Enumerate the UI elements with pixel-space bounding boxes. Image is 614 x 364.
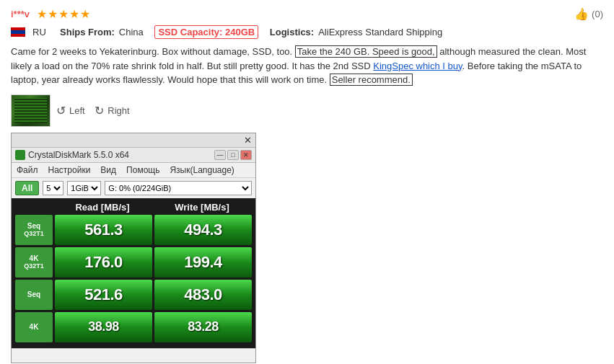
thumbs-count: (0) bbox=[592, 9, 603, 19]
flag-icon bbox=[11, 27, 25, 37]
ships-from-value: China bbox=[119, 27, 144, 37]
read-value-1: 176.0 bbox=[55, 247, 152, 278]
drive-select[interactable]: G: 0% (0/224GiB) bbox=[105, 181, 252, 195]
write-number-0: 494.3 bbox=[184, 221, 222, 239]
review-link[interactable]: KingSpec which I buy bbox=[373, 61, 462, 71]
star-rating: ★★★★★ bbox=[37, 7, 91, 21]
ships-from-label: Ships From: bbox=[60, 27, 115, 37]
row-label-line1-1: 4K bbox=[30, 254, 39, 262]
read-number-3: 38.98 bbox=[88, 319, 119, 334]
minimize-button[interactable]: — bbox=[214, 150, 226, 160]
read-value-3: 38.98 bbox=[55, 312, 152, 342]
menu-file[interactable]: Файл bbox=[14, 164, 40, 176]
ssd-capacity-value: 240GB bbox=[225, 27, 255, 37]
cdm-toolbar: All 5 1GiB G: 0% (0/224GiB) bbox=[12, 178, 255, 198]
row-label-line1-3: 4K bbox=[30, 323, 39, 331]
all-button[interactable]: All bbox=[15, 181, 39, 195]
thumbs-up-icon: 👍 bbox=[574, 7, 589, 21]
write-number-2: 483.0 bbox=[184, 285, 222, 304]
maximize-button[interactable]: □ bbox=[227, 150, 239, 160]
user-id: i***v bbox=[11, 9, 30, 19]
review-highlight1: Take the 240 GB. Speed is good, bbox=[295, 45, 437, 58]
logistics-label: Logistics: bbox=[270, 27, 314, 37]
country-label: RU bbox=[32, 27, 46, 37]
review-highlight2: Seller recommend. bbox=[330, 74, 413, 86]
size-select[interactable]: 1GiB bbox=[67, 181, 101, 195]
cdm-header-row: Read [MB/s] Write [MB/s] bbox=[15, 202, 252, 213]
review-text: Came for 2 weeks to Yekaterinburg. Box w… bbox=[11, 45, 603, 87]
table-row: 4K Q32T1 176.0 199.4 bbox=[15, 247, 252, 278]
right-arrow-icon: ↻ bbox=[95, 104, 104, 117]
cdm-titlebar: CrystalDiskMark 5.5.0 x64 — □ ✕ bbox=[12, 148, 255, 163]
read-value-2: 521.6 bbox=[55, 280, 152, 310]
nav-right-label[interactable]: Right bbox=[108, 105, 129, 116]
menu-language[interactable]: Язык(Language) bbox=[167, 164, 236, 176]
write-value-2: 483.0 bbox=[154, 280, 252, 310]
read-number-1: 176.0 bbox=[84, 253, 123, 272]
menu-view[interactable]: Вид bbox=[98, 164, 118, 176]
cdm-body: Read [MB/s] Write [MB/s] Seq Q32T1 561.3… bbox=[12, 198, 255, 348]
ssd-capacity-highlight: SSD Capacity: 240GB bbox=[154, 25, 258, 39]
nav-left-label[interactable]: Left bbox=[69, 105, 85, 116]
read-number-2: 521.6 bbox=[84, 285, 123, 304]
row-label-line1-2: Seq bbox=[27, 290, 40, 298]
table-row: Seq Q32T1 561.3 494.3 bbox=[15, 215, 252, 245]
table-row: Seq 521.6 483.0 bbox=[15, 280, 252, 310]
read-number-0: 561.3 bbox=[84, 221, 123, 239]
row-label-2: Seq bbox=[15, 280, 53, 310]
cdm-title: CrystalDiskMark 5.5.0 x64 bbox=[28, 150, 129, 160]
cdm-menubar: Файл Настройки Вид Помощь Язык(Language) bbox=[12, 163, 255, 178]
read-value-0: 561.3 bbox=[55, 215, 152, 245]
table-row: 4K 38.98 83.28 bbox=[15, 312, 252, 342]
review-thumbnail[interactable] bbox=[11, 94, 51, 127]
review-text-part1: Came for 2 weeks to Yekaterinburg. Box w… bbox=[11, 46, 295, 57]
outer-close-icon[interactable]: ✕ bbox=[244, 135, 252, 146]
cdm-app-icon bbox=[15, 150, 25, 160]
thumbs-up-area[interactable]: 👍 (0) bbox=[574, 7, 603, 21]
cdm-outer-titlebar: ✕ bbox=[12, 133, 255, 148]
row-label-line2-1: Q32T1 bbox=[24, 262, 44, 270]
row-label-3: 4K bbox=[15, 312, 53, 342]
write-value-1: 199.4 bbox=[154, 247, 252, 278]
row-label-line2-0: Q32T1 bbox=[24, 230, 44, 237]
logistics-value: AliExpress Standard Shipping bbox=[318, 27, 442, 37]
menu-settings[interactable]: Настройки bbox=[46, 164, 93, 176]
count-select[interactable]: 5 bbox=[43, 181, 63, 195]
row-label-0: Seq Q32T1 bbox=[15, 215, 53, 245]
write-value-0: 494.3 bbox=[154, 215, 252, 245]
write-value-3: 83.28 bbox=[154, 312, 252, 342]
left-arrow-icon: ↺ bbox=[56, 104, 66, 117]
cdm-window: ✕ CrystalDiskMark 5.5.0 x64 — □ ✕ Файл Н… bbox=[11, 133, 256, 363]
close-button[interactable]: ✕ bbox=[240, 150, 252, 160]
cdm-footer bbox=[12, 348, 255, 363]
menu-help[interactable]: Помощь bbox=[124, 164, 162, 176]
write-number-3: 83.28 bbox=[188, 319, 219, 334]
read-header: Read [MB/s] bbox=[53, 202, 152, 213]
write-number-1: 199.4 bbox=[184, 253, 222, 272]
row-label-1: 4K Q32T1 bbox=[15, 247, 53, 278]
write-header: Write [MB/s] bbox=[152, 202, 252, 213]
row-label-line1-0: Seq bbox=[27, 222, 40, 230]
ssd-capacity-label: SSD Capacity: bbox=[158, 27, 222, 37]
